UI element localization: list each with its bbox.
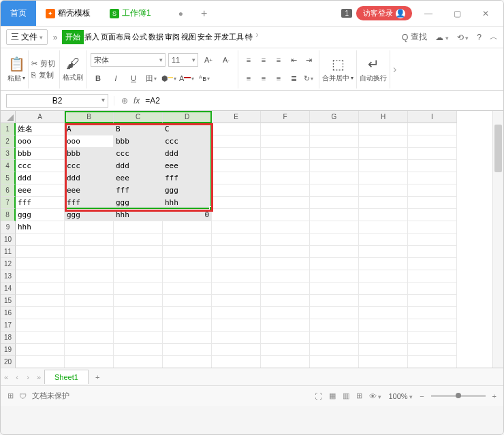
cell[interactable] xyxy=(65,307,114,319)
cell[interactable] xyxy=(163,332,212,344)
cell[interactable] xyxy=(16,270,65,283)
vertical-scrollbar[interactable] xyxy=(492,111,503,368)
sheet-last-button[interactable]: » xyxy=(33,373,44,381)
cell[interactable] xyxy=(261,160,310,172)
cell[interactable] xyxy=(359,172,408,184)
cell[interactable] xyxy=(310,233,359,246)
cell[interactable] xyxy=(16,246,65,258)
row-header[interactable]: 1 xyxy=(1,123,16,135)
cell[interactable] xyxy=(114,307,163,319)
cell[interactable] xyxy=(65,221,114,233)
cell[interactable] xyxy=(16,332,65,344)
cell[interactable]: eee xyxy=(114,172,163,184)
cell[interactable] xyxy=(114,258,163,270)
cell[interactable] xyxy=(310,246,359,258)
cell[interactable] xyxy=(261,319,310,332)
tab-dev[interactable]: 开发工具 xyxy=(213,30,245,44)
cell[interactable] xyxy=(310,184,359,197)
cell[interactable] xyxy=(261,295,310,307)
cell[interactable] xyxy=(163,295,212,307)
cell[interactable] xyxy=(408,123,457,135)
cell[interactable] xyxy=(261,356,310,368)
cell[interactable]: hhh xyxy=(163,197,212,209)
border-button[interactable]: 田 xyxy=(144,71,159,86)
col-header[interactable]: F xyxy=(261,111,310,123)
cell[interactable] xyxy=(16,356,65,368)
row-header[interactable]: 8 xyxy=(1,209,16,221)
cell[interactable] xyxy=(359,209,408,221)
tab-view[interactable]: 视图 xyxy=(180,30,197,44)
cell[interactable]: ddd xyxy=(163,148,212,160)
cell[interactable] xyxy=(310,123,359,135)
align-top-button[interactable]: ≡ xyxy=(242,52,255,67)
row-header[interactable]: 17 xyxy=(1,319,16,332)
cell[interactable] xyxy=(163,270,212,283)
scrollbar-thumb[interactable] xyxy=(494,125,502,172)
cell[interactable]: B xyxy=(114,123,163,135)
tab-home[interactable]: 首页 xyxy=(1,1,36,26)
cell[interactable] xyxy=(114,221,163,233)
cell[interactable] xyxy=(310,356,359,368)
cell[interactable]: ggg xyxy=(114,197,163,209)
cell[interactable] xyxy=(310,344,359,356)
wrap-button[interactable]: ↵ 自动换行 xyxy=(357,50,390,88)
cell[interactable] xyxy=(359,160,408,172)
format-painter-button[interactable]: 🖌 格式刷 xyxy=(60,50,86,88)
cell[interactable] xyxy=(359,283,408,295)
cell[interactable]: ooo xyxy=(65,135,114,148)
bold-button[interactable]: B xyxy=(91,71,106,86)
row-header[interactable]: 19 xyxy=(1,344,16,356)
expand-icon[interactable]: ⊕ xyxy=(121,96,128,106)
sheet-tab-1[interactable]: Sheet1 xyxy=(44,370,89,384)
cell[interactable] xyxy=(408,356,457,368)
merge-button[interactable]: ⬚ 合并居中▾ xyxy=(319,50,357,88)
cell[interactable] xyxy=(261,283,310,295)
cell[interactable] xyxy=(212,283,261,295)
underline-button[interactable]: U xyxy=(126,71,141,86)
cell[interactable]: fff xyxy=(65,197,114,209)
maximize-button[interactable]: ▢ xyxy=(445,1,469,26)
cell[interactable] xyxy=(212,307,261,319)
cell[interactable] xyxy=(261,135,310,148)
cell[interactable] xyxy=(408,270,457,283)
cell[interactable] xyxy=(359,332,408,344)
cell[interactable] xyxy=(408,184,457,197)
cell[interactable]: ggg xyxy=(16,209,65,221)
file-menu[interactable]: 三 文件 xyxy=(6,29,48,45)
tab-insert[interactable]: 插入 xyxy=(84,30,100,44)
sheet-prev-button[interactable]: ‹ xyxy=(12,373,22,381)
tab-workbook1[interactable]: S 工作簿1 ● xyxy=(100,1,193,26)
cell[interactable] xyxy=(163,319,212,332)
row-header[interactable]: 4 xyxy=(1,160,16,172)
cloud-menu[interactable]: ☁ xyxy=(435,33,449,42)
cell[interactable]: bbb xyxy=(65,148,114,160)
cell[interactable]: fff xyxy=(114,184,163,197)
indent-decrease-button[interactable]: ⇤ xyxy=(287,52,300,67)
cell[interactable] xyxy=(359,123,408,135)
cell[interactable] xyxy=(212,148,261,160)
col-header[interactable]: B xyxy=(65,111,114,123)
cell[interactable] xyxy=(408,135,457,148)
cell[interactable] xyxy=(261,233,310,246)
cell[interactable] xyxy=(310,221,359,233)
cell[interactable] xyxy=(212,319,261,332)
sheet-next-button[interactable]: › xyxy=(22,373,33,381)
cell[interactable] xyxy=(310,258,359,270)
cell[interactable] xyxy=(359,233,408,246)
select-all-corner[interactable] xyxy=(1,111,16,123)
cell[interactable] xyxy=(261,172,310,184)
cell[interactable]: fff xyxy=(163,172,212,184)
cell[interactable] xyxy=(261,270,310,283)
cell[interactable] xyxy=(16,344,65,356)
cell[interactable] xyxy=(408,160,457,172)
cell[interactable] xyxy=(359,307,408,319)
copy-button[interactable]: ⎘复制 xyxy=(31,70,55,80)
cell[interactable] xyxy=(408,307,457,319)
cell[interactable]: ddd xyxy=(65,172,114,184)
share-menu[interactable]: ⟲ xyxy=(457,33,469,42)
cell[interactable] xyxy=(408,283,457,295)
grid-icon[interactable]: ⊞ xyxy=(7,391,14,400)
cells[interactable]: 姓名ABCoooooobbbcccbbbbbbcccdddccccccdddee… xyxy=(16,123,492,368)
cell[interactable] xyxy=(16,295,65,307)
cell[interactable] xyxy=(261,209,310,221)
